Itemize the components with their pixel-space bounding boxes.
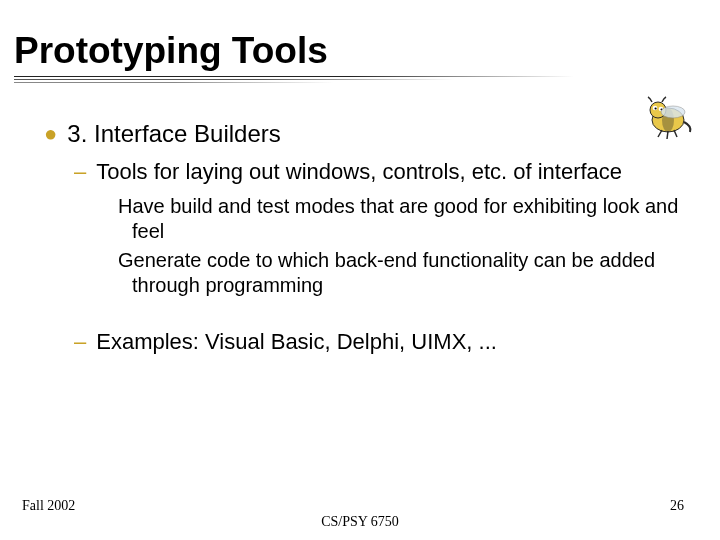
bullet-dot-icon: ●	[44, 121, 67, 146]
footer-center: CS/PSY 6750	[0, 514, 720, 530]
slide-title: Prototyping Tools	[14, 30, 720, 72]
bullet-level3: Generate code to which back-end function…	[106, 248, 680, 298]
dash-icon: –	[74, 329, 96, 354]
bullet-level1-text: 3. Interface Builders	[67, 120, 280, 147]
footer-page-number: 26	[670, 498, 684, 514]
bullet-level2-text: Tools for laying out windows, controls, …	[96, 159, 622, 184]
title-underline	[14, 76, 720, 90]
svg-point-7	[661, 106, 685, 118]
examples-text: Examples: Visual Basic, Delphi, UIMX, ..…	[96, 329, 497, 354]
footer-left: Fall 2002	[22, 498, 75, 514]
dash-icon: –	[74, 159, 96, 184]
bullet-level2: –Tools for laying out windows, controls,…	[74, 158, 680, 186]
bullet-level1: ●3. Interface Builders	[44, 120, 680, 148]
bullet-level3: Have build and test modes that are good …	[106, 194, 680, 244]
bullet-level2-examples: –Examples: Visual Basic, Delphi, UIMX, .…	[74, 328, 680, 356]
svg-point-4	[655, 107, 657, 109]
slide-body: ●3. Interface Builders –Tools for laying…	[44, 120, 680, 355]
mascot-icon	[640, 96, 696, 140]
